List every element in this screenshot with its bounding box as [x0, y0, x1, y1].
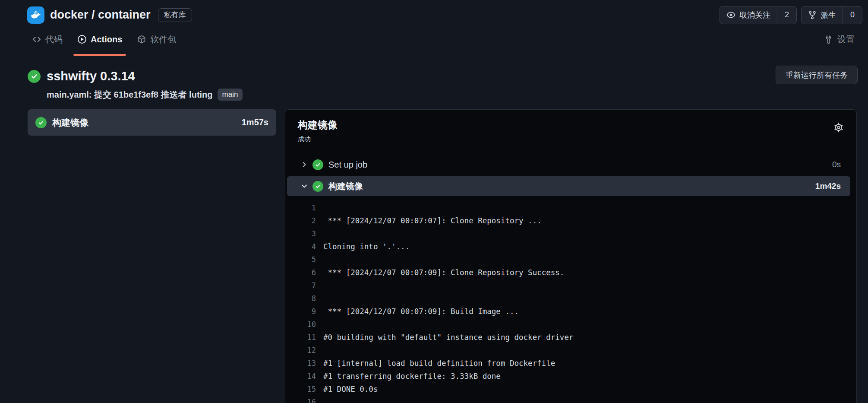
- fork-button[interactable]: 派生 0: [801, 6, 862, 24]
- log-line-number[interactable]: 15: [287, 385, 323, 393]
- run-status-check-icon: [28, 70, 41, 83]
- log-line: 1: [287, 201, 850, 214]
- step-status-check-icon: [312, 181, 323, 192]
- tab-code-label: 代码: [45, 34, 63, 45]
- log-line: 5: [287, 253, 850, 266]
- log-line-text: #1 transferring dockerfile: 3.33kB done: [323, 372, 501, 381]
- log-line-number[interactable]: 3: [287, 229, 323, 238]
- log-line: 9 *** [2024/12/07 00:07:09]: Build Image…: [287, 305, 850, 318]
- log-line-text: *** [2024/12/07 00:07:09]: Clone Reposit…: [323, 268, 564, 277]
- tab-packages-label: 软件包: [150, 34, 176, 45]
- wrench-icon: [824, 35, 833, 44]
- branch-badge[interactable]: main: [218, 89, 243, 101]
- log-line-number[interactable]: 1: [287, 203, 323, 212]
- log-line-number[interactable]: 2: [287, 216, 323, 225]
- log-line-number[interactable]: 6: [287, 268, 323, 277]
- log-line: 13#1 [internal] load build definition fr…: [287, 357, 850, 370]
- log-line: 2 *** [2024/12/07 00:07:07]: Clone Repos…: [287, 214, 850, 227]
- step-row-build-image[interactable]: 构建镜像 1m42s: [287, 176, 850, 196]
- log-line: 14#1 transferring dockerfile: 3.33kB don…: [287, 370, 850, 383]
- jobs-sidebar: 构建镜像 1m57s: [28, 109, 276, 136]
- job-status-check-icon: [35, 117, 47, 128]
- step-duration: 0s: [832, 160, 841, 169]
- log-line-number[interactable]: 12: [287, 346, 323, 355]
- run-title: sshwifty 0.3.14: [47, 69, 135, 83]
- job-status-text: 成功: [298, 135, 846, 143]
- rerun-all-jobs-button[interactable]: 重新运行所有任务: [776, 66, 858, 84]
- log-line-number[interactable]: 8: [287, 294, 323, 303]
- step-name: 构建镜像: [328, 181, 363, 192]
- unwatch-label: 取消关注: [739, 10, 770, 20]
- repo-nav: 代码 Actions 软件包 设置: [0, 24, 868, 55]
- watchers-count[interactable]: 2: [777, 6, 796, 24]
- log-line: 16: [287, 396, 850, 403]
- log-line-text: *** [2024/12/07 00:07:07]: Clone Reposit…: [323, 216, 542, 225]
- run-header: sshwifty 0.3.14 main.yaml: 提交 61be1f3ef8…: [28, 66, 858, 101]
- chevron-right-icon[interactable]: [301, 161, 308, 168]
- forks-count[interactable]: 0: [843, 6, 862, 24]
- eye-icon: [726, 10, 735, 19]
- log-line-number[interactable]: 13: [287, 359, 323, 368]
- log-line: 3: [287, 227, 850, 240]
- log-line-number[interactable]: 4: [287, 242, 323, 251]
- log-line: 8: [287, 292, 850, 305]
- log-line: 7: [287, 279, 850, 292]
- log-line-number[interactable]: 11: [287, 333, 323, 342]
- step-row-setup-job[interactable]: Set up job 0s: [287, 155, 850, 174]
- log-line-number[interactable]: 7: [287, 281, 323, 290]
- fork-icon: [808, 11, 817, 19]
- docker-whale-icon: [30, 9, 42, 21]
- log-line-text: Cloning into '.'...: [323, 242, 410, 251]
- job-duration: 1m57s: [242, 117, 268, 127]
- log-line-text: #1 DONE 0.0s: [323, 385, 378, 393]
- log-line-number[interactable]: 10: [287, 320, 323, 329]
- log-line-number[interactable]: 9: [287, 307, 323, 316]
- log-line-text: #0 building with "default" instance usin…: [323, 333, 573, 342]
- visibility-badge: 私有库: [158, 8, 192, 22]
- log-line-text: #1 [internal] load build definition from…: [323, 359, 555, 368]
- run-body: 构建镜像 1m57s 构建镜像 成功: [28, 109, 857, 403]
- job-detail-card: 构建镜像 成功: [285, 109, 857, 403]
- log-line-number[interactable]: 14: [287, 372, 323, 381]
- job-name: 构建镜像: [52, 117, 88, 129]
- tab-code[interactable]: 代码: [25, 24, 70, 55]
- log-line: 4Cloning into '.'...: [287, 240, 850, 253]
- step-log: 1 2 *** [2024/12/07 00:07:07]: Clone Rep…: [287, 201, 850, 403]
- log-line: 12: [287, 344, 850, 357]
- gear-icon[interactable]: [833, 122, 844, 133]
- tab-packages[interactable]: 软件包: [129, 24, 183, 55]
- step-duration: 1m42s: [815, 181, 841, 191]
- step-status-check-icon: [312, 159, 323, 170]
- tab-actions[interactable]: Actions: [70, 24, 129, 55]
- log-line-number[interactable]: 16: [287, 398, 323, 403]
- tab-settings[interactable]: 设置: [817, 24, 862, 55]
- repo-action-buttons: 取消关注 2 派生 0: [720, 6, 862, 24]
- run-commit-line[interactable]: main.yaml: 提交 61be1f3ef8 推送者 luting: [47, 89, 213, 101]
- code-icon: [32, 35, 41, 44]
- job-detail-title: 构建镜像: [298, 118, 846, 132]
- repo-avatar[interactable]: [27, 6, 44, 24]
- job-list-item[interactable]: 构建镜像 1m57s: [28, 109, 276, 136]
- repo-title[interactable]: docker / container: [50, 8, 151, 22]
- log-line-number[interactable]: 5: [287, 255, 323, 264]
- top-bar: docker / container 私有库 取消关注 2: [0, 0, 868, 24]
- package-icon: [137, 35, 146, 44]
- log-line: 11#0 building with "default" instance us…: [287, 331, 850, 344]
- log-line-text: *** [2024/12/07 00:07:09]: Build Image .…: [323, 307, 519, 316]
- tab-actions-label: Actions: [91, 35, 122, 44]
- fork-label: 派生: [821, 10, 836, 20]
- tab-settings-label: 设置: [837, 34, 855, 45]
- unwatch-button[interactable]: 取消关注 2: [720, 6, 797, 24]
- step-name: Set up job: [328, 160, 367, 170]
- job-detail-header: 构建镜像 成功: [285, 110, 856, 150]
- chevron-down-icon[interactable]: [301, 183, 308, 190]
- log-line: 10: [287, 318, 850, 331]
- log-line: 6 *** [2024/12/07 00:07:09]: Clone Repos…: [287, 266, 850, 279]
- play-circle-icon: [77, 35, 87, 44]
- steps-list: Set up job 0s 构建镜像 1m42s: [285, 150, 856, 403]
- log-line: 15#1 DONE 0.0s: [287, 383, 850, 396]
